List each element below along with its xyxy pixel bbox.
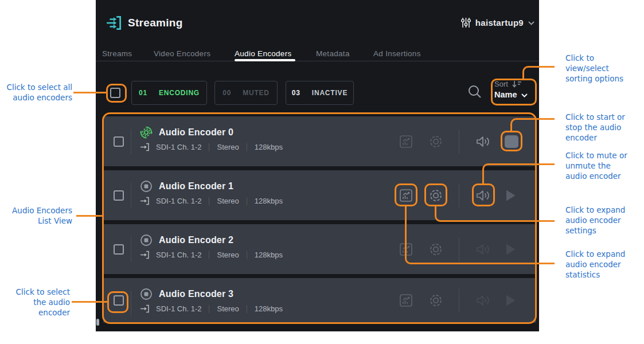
settings-icon[interactable] <box>428 242 443 257</box>
divider <box>96 61 539 61</box>
encoder-row[interactable]: Audio Encoder 2 SDI-1 Ch. 1-2 Ster <box>103 224 536 274</box>
mute-icon[interactable] <box>476 294 491 307</box>
encoder-mode: Stereo <box>217 251 239 259</box>
encoder-row[interactable]: Audio Encoder 1 SDI-1 Ch. 1-2 Ster <box>103 170 536 220</box>
encoder-source: SDI-1 Ch. 1-2 <box>156 197 201 205</box>
annotation-note-settings: Click to expand audio encoder settings <box>565 205 641 236</box>
encoder-bitrate: 128kbps <box>255 304 283 313</box>
annotation-note-list-view: Audio Encoders List View <box>1 205 72 226</box>
encoder-name: Audio Encoder 2 <box>159 235 233 245</box>
chevron-down-icon <box>528 21 534 25</box>
search-icon[interactable] <box>467 84 482 99</box>
start-button[interactable] <box>505 243 516 256</box>
stopped-status-icon <box>140 234 153 247</box>
mute-icon[interactable] <box>476 243 491 256</box>
inactive-count: 03 <box>292 89 300 97</box>
divider <box>209 197 209 205</box>
annotation-note-statistics: Click to expand audio encoder statistics <box>565 249 641 280</box>
scrollbar-thumb[interactable] <box>96 319 99 326</box>
input-source-icon <box>140 197 149 205</box>
input-source-icon <box>140 304 149 313</box>
encoder-bitrate: 128kbps <box>255 251 283 259</box>
annotation-note-select-one: Click to select the audio encoder <box>1 287 70 318</box>
encoder-bitrate: 128kbps <box>255 143 283 151</box>
divider <box>247 305 247 313</box>
sort-control[interactable]: Sort Name <box>494 80 538 99</box>
encoding-status-icon <box>140 126 153 139</box>
filter-inactive-button[interactable]: 03 INACTIVE <box>286 81 354 105</box>
annotation-note-sort: Click to view/select sorting options <box>565 53 641 84</box>
filter-muted-button[interactable]: 00 MUTED <box>214 81 278 105</box>
divider <box>459 130 459 154</box>
sort-value: Name <box>494 90 517 99</box>
divider <box>247 197 247 205</box>
tab-video-encoders[interactable]: Video Encoders <box>154 49 210 58</box>
annotation-note-mute: Click to mute or unmute the audio encode… <box>565 150 641 181</box>
chevron-down-icon <box>521 93 528 97</box>
streaming-app-panel: Streaming haistartup9 Streams Video Enco… <box>96 0 539 331</box>
filter-encoding-button[interactable]: 01 ENCODING <box>131 81 207 105</box>
stopped-status-icon <box>140 288 153 300</box>
settings-icon[interactable] <box>428 134 443 149</box>
encoder-row[interactable]: Audio Encoder 3 SDI-1 Ch. 1-2 Ster <box>103 278 536 323</box>
sliders-icon <box>461 17 471 28</box>
audio-encoders-list: Audio Encoder 0 SDI-1 Ch. 1-2 Ster <box>103 116 536 323</box>
encoder-name: Audio Encoder 1 <box>159 181 233 191</box>
statistics-icon[interactable] <box>399 135 413 148</box>
stop-button[interactable] <box>505 135 518 148</box>
encoder-name: Audio Encoder 0 <box>159 127 233 138</box>
mute-icon[interactable] <box>476 189 491 202</box>
input-source-icon <box>140 143 149 151</box>
row-checkbox[interactable] <box>114 190 124 201</box>
divider <box>131 237 131 262</box>
encoder-mode: Stereo <box>217 197 239 205</box>
encoder-source: SDI-1 Ch. 1-2 <box>156 143 201 151</box>
tab-metadata[interactable]: Metadata <box>316 49 350 58</box>
row-checkbox[interactable] <box>114 244 124 255</box>
divider <box>209 305 209 313</box>
muted-count: 00 <box>223 89 231 97</box>
divider <box>459 237 459 261</box>
encoding-count: 01 <box>139 89 147 97</box>
start-button[interactable] <box>505 189 516 202</box>
row-checkbox[interactable] <box>114 295 124 306</box>
mute-icon[interactable] <box>476 135 491 148</box>
select-all-checkbox[interactable] <box>110 88 120 98</box>
start-button[interactable] <box>505 294 516 307</box>
tab-audio-encoders[interactable]: Audio Encoders <box>235 49 292 58</box>
encoder-name: Audio Encoder 3 <box>159 289 233 299</box>
statistics-icon[interactable] <box>399 294 413 307</box>
muted-label: MUTED <box>243 89 270 97</box>
divider <box>247 143 247 151</box>
sort-label: Sort <box>494 80 508 88</box>
streaming-icon <box>106 14 123 32</box>
tab-ad-insertions[interactable]: Ad Insertions <box>373 49 421 58</box>
divider <box>459 288 459 312</box>
inactive-label: INACTIVE <box>312 89 348 97</box>
annotated-screenshot: Streaming haistartup9 Streams Video Enco… <box>0 0 644 344</box>
stopped-status-icon <box>140 180 153 193</box>
statistics-icon[interactable] <box>399 189 413 202</box>
statistics-icon[interactable] <box>399 243 413 256</box>
encoder-row[interactable]: Audio Encoder 0 SDI-1 Ch. 1-2 Ster <box>103 116 536 166</box>
divider <box>131 291 131 316</box>
annotation-note-select-all: Click to select all audio encoders <box>1 82 72 103</box>
account-menu[interactable]: haistartup9 <box>461 17 534 28</box>
annotation-note-start-stop: Click to start or stop the audio encoder <box>565 112 641 143</box>
active-tab-underline <box>235 59 295 61</box>
settings-icon[interactable] <box>428 293 443 308</box>
tab-streams[interactable]: Streams <box>102 49 132 58</box>
divider <box>459 183 459 208</box>
input-source-icon <box>140 251 149 259</box>
account-name: haistartup9 <box>475 18 524 28</box>
settings-icon[interactable] <box>428 188 443 203</box>
divider <box>131 129 131 154</box>
sort-order-icon <box>512 80 522 88</box>
page-title: Streaming <box>128 17 183 29</box>
row-checkbox[interactable] <box>114 136 124 147</box>
divider <box>247 251 247 259</box>
encoder-bitrate: 128kbps <box>255 197 283 205</box>
encoder-mode: Stereo <box>217 143 239 151</box>
encoder-source: SDI-1 Ch. 1-2 <box>156 251 201 259</box>
divider <box>131 183 131 208</box>
